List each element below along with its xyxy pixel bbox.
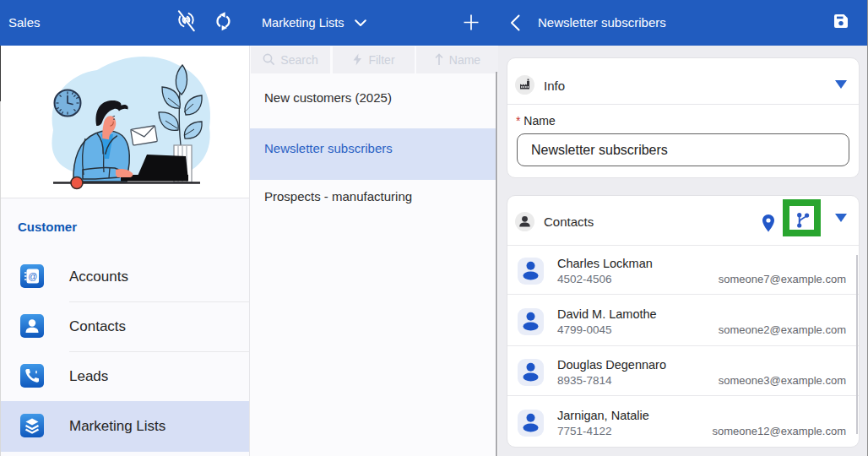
svg-text:@: @ [28, 271, 37, 281]
